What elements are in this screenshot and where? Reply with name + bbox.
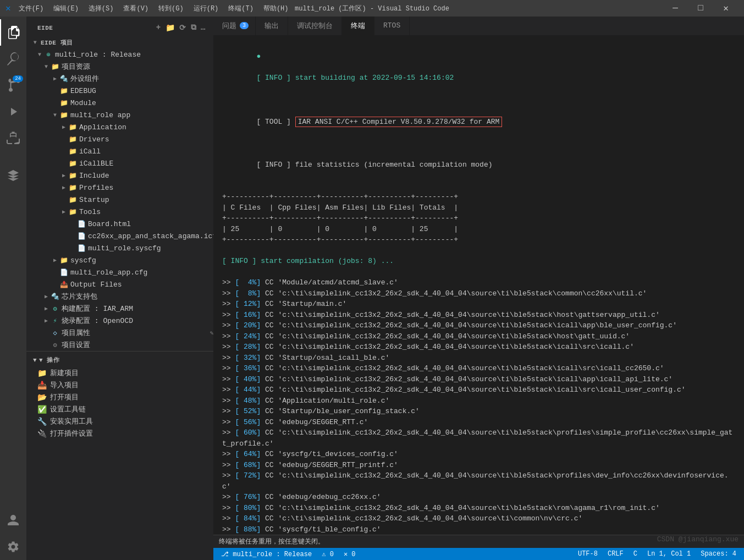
tree-peripheral[interactable]: ▶ 🔩 外设组件 bbox=[26, 73, 213, 85]
term-line-tool: [ TOOL ] IAR ANSI C/C++ Compiler V8.50.9… bbox=[222, 106, 735, 138]
minimize-button[interactable]: — bbox=[663, 0, 688, 17]
toolchain-icon: ✅ bbox=[37, 405, 47, 414]
chevron-peripheral: ▶ bbox=[51, 74, 59, 83]
tree-include[interactable]: ▶ 📁 Include bbox=[26, 169, 213, 182]
menu-view[interactable]: 查看(V) bbox=[119, 3, 153, 14]
activity-extensions[interactable] bbox=[0, 125, 26, 151]
sidebar-new-file-icon[interactable]: + bbox=[155, 22, 162, 34]
tree-edebug[interactable]: ▶ 📁 EDEBUG bbox=[26, 85, 213, 97]
menu-terminal[interactable]: 终端(T) bbox=[224, 3, 258, 14]
term-prog-76: >> [ 76%] CC 'edebug/edebug_cc26xx.c' bbox=[222, 492, 735, 503]
status-errors[interactable]: ✕ 0 bbox=[341, 550, 358, 558]
tab-output[interactable]: 输出 bbox=[256, 17, 288, 35]
term-prog-12: >> [ 12%] CC 'Startup/main.c' bbox=[222, 299, 735, 310]
tree-profiles[interactable]: ▶ 📁 Profiles bbox=[26, 182, 213, 194]
sidebar-collapse-icon[interactable]: ⧉ bbox=[190, 22, 198, 34]
module-label: Module bbox=[70, 99, 96, 107]
install-icon: 🔧 bbox=[37, 417, 47, 426]
resources-label: 项目资源 bbox=[62, 62, 90, 72]
ops-new-project-label: 新建项目 bbox=[50, 368, 79, 378]
tree-module[interactable]: ▶ 📁 Module bbox=[26, 97, 213, 109]
tree-project-settings[interactable]: ⚙ 项目设置 bbox=[26, 339, 213, 351]
props-label: 项目属性 bbox=[62, 328, 90, 338]
activity-eide[interactable] bbox=[0, 162, 26, 189]
menu-edit[interactable]: 编辑(E) bbox=[49, 3, 83, 14]
operations-section: ▼ ▼ 操作 📁 新建项目 📥 导入项目 📂 打开项目 ✅ 设置工具链 bbox=[26, 351, 213, 444]
tree-application[interactable]: ▶ 📁 Application bbox=[26, 121, 213, 133]
tab-problems[interactable]: 问题 3 bbox=[213, 17, 256, 35]
activity-settings[interactable] bbox=[0, 534, 26, 560]
chevron-profiles: ▶ bbox=[59, 183, 68, 192]
menu-select[interactable]: 选择(S) bbox=[84, 3, 118, 14]
status-warnings[interactable]: ⚠ 0 bbox=[319, 550, 336, 558]
operations-header[interactable]: ▼ ▼ 操作 bbox=[26, 352, 213, 367]
output-icon: 📤 bbox=[59, 280, 68, 289]
activity-account[interactable] bbox=[0, 507, 26, 534]
term-prog-40: >> [ 40%] CC 'c:\ti\simplelink_cc13x2_26… bbox=[222, 374, 735, 385]
close-button[interactable]: ✕ bbox=[713, 0, 739, 17]
tree-app-cfg[interactable]: 📄 multi_role_app.cfg bbox=[26, 266, 213, 278]
new-project-icon: 📁 bbox=[37, 369, 47, 378]
tab-rtos[interactable]: RTOS bbox=[374, 17, 410, 35]
tree-syscfg-file[interactable]: 📄 multi_role.syscfg bbox=[26, 242, 213, 254]
activity-run[interactable] bbox=[0, 98, 26, 125]
tree-output-files[interactable]: 📤 Output Files bbox=[26, 278, 213, 290]
status-spaces[interactable]: Spaces: 4 bbox=[698, 550, 739, 558]
tree-drivers[interactable]: ▶ 📁 Drivers bbox=[26, 133, 213, 145]
open-icon: 📂 bbox=[37, 393, 47, 402]
tree-flash-config[interactable]: ▶ ⚡ 烧录配置 : OpenOCD bbox=[26, 315, 213, 327]
tree-multirole-app[interactable]: ▼ 📁 multi_role app bbox=[26, 109, 213, 121]
sidebar-title: EIDE bbox=[37, 25, 53, 31]
tree-project-resources[interactable]: ▼ 📁 项目资源 bbox=[26, 61, 213, 73]
status-encoding[interactable]: UTF-8 bbox=[576, 550, 600, 558]
activity-explorer[interactable] bbox=[0, 19, 26, 46]
sidebar-eide-projects[interactable]: ▼ EIDE 项目 bbox=[26, 36, 213, 48]
tree-icall[interactable]: ▶ 📁 iCall bbox=[26, 145, 213, 157]
tab-debug-console[interactable]: 调试控制台 bbox=[288, 17, 342, 35]
tree-startup[interactable]: ▶ 📁 Startup bbox=[26, 194, 213, 206]
chevron-flash: ▶ bbox=[42, 316, 51, 325]
tab-problems-badge: 3 bbox=[240, 22, 249, 29]
menu-run[interactable]: 运行(R) bbox=[189, 3, 223, 14]
tree-icf-file[interactable]: 📄 cc26xx_app_and_stack_agama.icf bbox=[26, 230, 213, 242]
status-eol[interactable]: CRLF bbox=[605, 550, 626, 558]
tree-syscfg-folder[interactable]: ▶ 📁 syscfg bbox=[26, 254, 213, 266]
activity-source-control[interactable]: 24 bbox=[0, 72, 26, 98]
status-branch[interactable]: ⎇ multi_role : Release bbox=[219, 550, 314, 558]
menu-help[interactable]: 帮助(H) bbox=[259, 3, 293, 14]
menu-goto[interactable]: 转到(G) bbox=[154, 3, 188, 14]
status-position[interactable]: Ln 1, Col 1 bbox=[645, 550, 693, 558]
props-action-icon[interactable]: ✎ bbox=[210, 330, 213, 337]
term-prog-60: >> [ 60%] CC 'c:\ti\simplelink_cc13x2_26… bbox=[222, 427, 735, 449]
tab-terminal[interactable]: 终端 bbox=[342, 17, 374, 35]
terminal-output[interactable]: ● [ INFO ] start building at 2022-09-15 … bbox=[213, 36, 744, 535]
tree-project-props[interactable]: ◇ 项目属性 ✎ bbox=[26, 327, 213, 339]
activity-search[interactable] bbox=[0, 46, 26, 72]
status-language[interactable]: C bbox=[631, 550, 640, 558]
term-prog-16: >> [ 16%] CC 'c:\ti\simplelink_cc13x2_26… bbox=[222, 310, 735, 321]
activity-bar: 24 bbox=[0, 17, 26, 560]
maximize-button[interactable]: □ bbox=[688, 0, 713, 17]
ops-open-project[interactable]: 📂 打开项目 bbox=[26, 391, 213, 403]
ops-set-toolchain[interactable]: ✅ 设置工具链 bbox=[26, 403, 213, 415]
tree-chip-support[interactable]: ▶ 🔩 芯片支持包 bbox=[26, 290, 213, 303]
term-prog-24: >> [ 24%] CC 'c:\ti\simplelink_cc13x2_26… bbox=[222, 331, 735, 342]
sidebar-new-folder-icon[interactable]: 📁 bbox=[164, 22, 177, 34]
ops-install-tools[interactable]: 🔧 安装实用工具 bbox=[26, 415, 213, 427]
sidebar-more-icon[interactable]: … bbox=[200, 22, 207, 34]
ops-import-project[interactable]: 📥 导入项目 bbox=[26, 379, 213, 391]
project-label: multi_role : Release bbox=[55, 51, 141, 59]
tree-icallble[interactable]: ▶ 📁 iCallBLE bbox=[26, 157, 213, 169]
sidebar-refresh-icon[interactable]: ⟳ bbox=[178, 22, 188, 34]
ops-plugin-label: 打开插件设置 bbox=[50, 429, 93, 438]
term-prog-32: >> [ 32%] CC 'Startup/osal_icall_ble.c' bbox=[222, 353, 735, 364]
tree-project-root[interactable]: ▼ ⊕ multi_role : Release bbox=[26, 48, 213, 61]
menu-file[interactable]: 文件(F) bbox=[14, 3, 48, 14]
ops-plugin-settings[interactable]: 🔌 打开插件设置 bbox=[26, 427, 213, 440]
ops-new-project[interactable]: 📁 新建项目 bbox=[26, 367, 213, 379]
chip-icon: 🔩 bbox=[51, 292, 59, 301]
tree-tools[interactable]: ▶ 📁 Tools bbox=[26, 206, 213, 218]
ops-toolchain-label: 设置工具链 bbox=[50, 404, 86, 414]
tree-board-html[interactable]: 📄 Board.html bbox=[26, 218, 213, 230]
tree-build-config[interactable]: ▶ ⚙ 构建配置 : IAR_ARM bbox=[26, 303, 213, 315]
